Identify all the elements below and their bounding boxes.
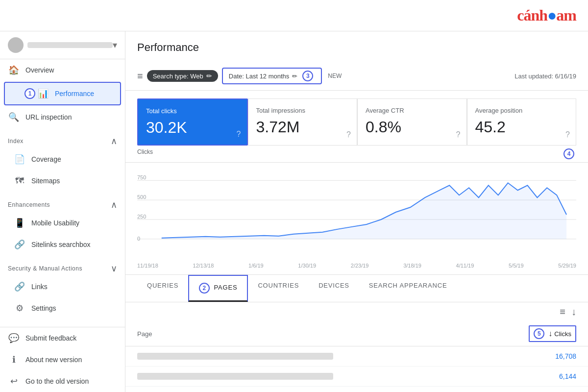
settings-label: Settings	[31, 304, 56, 312]
chevron-down-icon-2[interactable]: ∨	[111, 263, 118, 274]
metric-card-total-impressions[interactable]: Total impressions 3.72M ?	[248, 98, 358, 146]
sidebar-item-links[interactable]: 🔗 Links	[0, 276, 125, 297]
performance-chart: 750 500 250 0	[137, 171, 576, 259]
average-position-value: 45.2	[475, 118, 568, 136]
total-clicks-value: 30.2K	[146, 119, 239, 137]
sidebar-item-label: Overview	[25, 66, 54, 74]
average-ctr-value: 0.8%	[366, 118, 459, 136]
table-row[interactable]: 16,708	[125, 346, 588, 367]
sidebar-bottom: 💬 Submit feedback ℹ About new version ↩ …	[0, 327, 125, 392]
date-label: Date: Last 12 months	[229, 73, 290, 80]
chart-container: 750 500 250 0 11/19/18 12/13/18 1/6/19 1…	[125, 163, 588, 275]
date-label-1: 12/13/18	[193, 263, 214, 269]
search-type-filter[interactable]: Search type: Web ✏	[147, 70, 218, 82]
svg-text:750: 750	[137, 174, 146, 180]
page-header: Performance ≡ Search type: Web ✏ Date: L…	[125, 31, 588, 91]
svg-text:500: 500	[137, 194, 146, 200]
tabs-row: QUERIES 2 PAGES COUNTRIES DEVICES SEARCH…	[125, 275, 588, 302]
tab-pages[interactable]: 2 PAGES	[188, 275, 248, 302]
bar-chart-icon: 📊	[37, 88, 49, 99]
download-icon[interactable]: ↓	[571, 306, 576, 318]
clicks-cell-2: 6,144	[547, 372, 576, 380]
date-label-7: 5/5/19	[509, 263, 524, 269]
chevron-down-icon: ▾	[113, 40, 117, 50]
date-label-5: 3/18/19	[403, 263, 421, 269]
total-clicks-label: Total clicks	[146, 107, 239, 115]
filters-bar: ≡ Search type: Web ✏ Date: Last 12 month…	[137, 62, 576, 90]
date-label-8: 5/29/19	[558, 263, 576, 269]
average-position-label: Average position	[475, 107, 568, 114]
coverage-label: Coverage	[31, 155, 61, 163]
metrics-row: Total clicks 30.2K ? Total impressions 3…	[125, 98, 588, 146]
document-icon: 📄	[14, 153, 25, 165]
date-label-2: 1/6/19	[248, 263, 264, 269]
new-badge: NEW	[328, 73, 342, 79]
page-cell-2	[137, 373, 333, 380]
chart-dates: 11/19/18 12/13/18 1/6/19 1/30/19 2/23/19…	[137, 261, 576, 270]
tab-devices[interactable]: DEVICES	[309, 275, 359, 302]
home-icon: 🏠	[8, 64, 20, 76]
sidebar-performance-label: Performance	[55, 90, 94, 98]
tab-countries[interactable]: COUNTRIES	[248, 275, 309, 302]
feedback-icon: 💬	[8, 332, 20, 344]
total-impressions-value: 3.72M	[256, 118, 349, 136]
sidebar-item-settings[interactable]: ⚙ Settings	[0, 297, 125, 319]
back-icon: ↩	[8, 375, 20, 387]
tab-devices-label: DEVICES	[318, 282, 349, 289]
page-title: Performance	[137, 41, 576, 54]
table-header: Page 5 ↓ Clicks	[125, 321, 588, 346]
pencil-icon: ✏	[206, 72, 212, 80]
sidebar-item-old-version[interactable]: ↩ Go to the old version	[0, 370, 125, 392]
sidebar-item-performance[interactable]: 1 📊 Performance	[4, 82, 121, 105]
average-ctr-label: Average CTR	[366, 107, 459, 114]
search-type-label: Search type: Web	[153, 73, 203, 80]
filter-icon[interactable]: ≡	[137, 71, 143, 82]
sidebar-item-about-version[interactable]: ℹ About new version	[0, 349, 125, 370]
filter-rows-icon[interactable]: ≡	[560, 306, 565, 318]
map-icon: 🗺	[14, 175, 25, 187]
table-row[interactable]: 6,144	[125, 367, 588, 387]
svg-text:250: 250	[137, 214, 146, 220]
col-clicks-header[interactable]: 5 ↓ Clicks	[529, 325, 576, 342]
date-label-3: 1/30/19	[298, 263, 316, 269]
chevron-up-icon-2[interactable]: ∧	[111, 199, 118, 210]
tab-search-appearance-label: SEARCH APPEARANCE	[369, 282, 447, 289]
old-version-label: Go to the old version	[25, 377, 89, 385]
info-icon: ℹ	[8, 354, 20, 366]
sidebar-item-submit-feedback[interactable]: 💬 Submit feedback	[0, 327, 125, 349]
chevron-up-icon[interactable]: ∧	[111, 136, 118, 147]
main-content: Performance ≡ Search type: Web ✏ Date: L…	[125, 31, 588, 392]
avatar	[8, 37, 24, 53]
index-section-header: Index ∧	[0, 128, 125, 148]
tab-queries[interactable]: QUERIES	[137, 275, 188, 302]
metric-card-total-clicks[interactable]: Total clicks 30.2K ?	[137, 98, 248, 146]
date-filter[interactable]: Date: Last 12 months ✏ 3	[222, 68, 322, 84]
links-label: Links	[31, 283, 48, 291]
date-label-6: 4/11/19	[456, 263, 474, 269]
sidebar-item-url-inspection[interactable]: 🔍 URL inspection	[0, 106, 125, 128]
clicks-cell-1: 16,708	[547, 352, 576, 360]
page-cell-1	[137, 353, 333, 360]
mobile-icon: 📱	[14, 217, 25, 229]
help-icon-impressions: ?	[346, 130, 351, 139]
help-icon-ctr: ?	[456, 130, 461, 139]
date-label-0: 11/19/18	[137, 263, 158, 269]
sidebar-item-overview[interactable]: 🏠 Overview	[0, 59, 125, 81]
top-bar: cánh●am	[0, 0, 588, 31]
step-badge-2: 2	[199, 283, 210, 294]
tab-queries-label: QUERIES	[147, 282, 178, 289]
account-selector[interactable]: ▾	[0, 31, 125, 59]
about-version-label: About new version	[25, 356, 82, 364]
sidebar-item-mobile-usability[interactable]: 📱 Mobile Usability	[0, 212, 125, 234]
last-updated: Last updated: 6/16/19	[514, 73, 576, 80]
tab-search-appearance[interactable]: SEARCH APPEARANCE	[359, 275, 457, 302]
sidebar-item-coverage[interactable]: 📄 Coverage	[0, 148, 125, 170]
col-page-header: Page	[137, 330, 529, 338]
sidebar-item-sitelinks-searchbox[interactable]: 🔗 Sitelinks searchbox	[0, 234, 125, 255]
logo: cánh●am	[517, 6, 576, 24]
sidebar-item-sitemaps[interactable]: 🗺 Sitemaps	[0, 170, 125, 192]
total-impressions-label: Total impressions	[256, 107, 349, 114]
metric-card-average-position[interactable]: Average position 45.2 ?	[467, 98, 577, 146]
mobile-usability-label: Mobile Usability	[31, 219, 79, 227]
metric-card-average-ctr[interactable]: Average CTR 0.8% ?	[357, 98, 467, 146]
